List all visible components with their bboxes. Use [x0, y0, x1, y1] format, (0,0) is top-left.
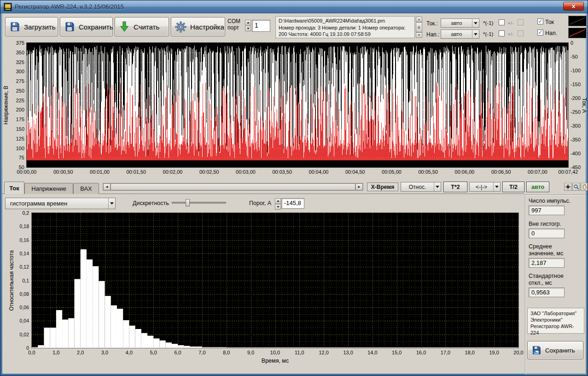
outside-histogram-value: 0 — [529, 229, 565, 238]
histogram-y-tick: 0,08 — [13, 291, 29, 297]
graph-scrollbar-right-button[interactable]: ► — [355, 183, 363, 190]
x-axis-mode-button[interactable]: X-Время — [367, 182, 398, 191]
slider-thumb[interactable] — [186, 199, 190, 206]
threshold-decrement-button[interactable] — [275, 204, 281, 210]
file-info-box[interactable]: D:\Hardware\05009_AWR224M\dat\вд3061.prn… — [275, 16, 415, 38]
slider-track[interactable] — [172, 202, 226, 204]
threshold-label: Порог, А — [249, 200, 271, 206]
settings-button[interactable]: Настройка — [171, 17, 225, 36]
read-button-label: Считать — [134, 23, 159, 31]
outside-histogram-label: Вне гистогр. — [529, 221, 561, 227]
voltage-legend-swatch[interactable] — [568, 28, 587, 38]
spinner-up-icon — [277, 199, 279, 202]
company-box: ЗАО "Лаборатория" Электроники" Регистрат… — [527, 308, 584, 334]
waveform-y-left-tick: 300 — [4, 69, 24, 74]
std-label-line1: Стандартное — [529, 273, 564, 279]
tab-voltage[interactable]: Напряжение — [24, 183, 73, 194]
spinner-down-icon — [247, 28, 250, 31]
tab-current[interactable]: Ток — [4, 182, 24, 194]
up-arrow-icon: ▲ — [418, 18, 420, 21]
histogram-x-tick: 0,0 — [23, 350, 41, 355]
titlebar[interactable]: Регистратор AWR-224. v.3.2 15/06/2015 × — [0, 0, 588, 13]
relative-mode-value: Относ. — [401, 184, 434, 190]
load-icon — [9, 21, 20, 32]
discreteness-slider[interactable] — [172, 199, 226, 207]
waveform-y-right-tick: -150 — [571, 82, 586, 87]
threshold-input[interactable]: -145,8 — [281, 198, 304, 209]
load-button[interactable]: Загрузить — [5, 17, 58, 36]
histogram-x-tick: 3,0 — [96, 350, 114, 355]
tab-vax[interactable]: ВАХ — [73, 183, 99, 194]
com-port-decrement-button[interactable] — [245, 26, 251, 31]
chevron-down-icon — [472, 19, 479, 27]
waveform-y-left-tick: 200 — [4, 107, 24, 112]
save-button[interactable]: Сохранить — [60, 17, 113, 36]
window-border-bottom[interactable] — [0, 374, 588, 376]
cursor-mode-value: <-|-> — [470, 184, 493, 190]
histogram-mode-dropdown[interactable]: гистограмма времен — [5, 198, 116, 209]
current-legend-swatch[interactable] — [568, 16, 587, 26]
voltage-visible-checkbox[interactable]: ✓ — [537, 29, 543, 35]
histogram-x-tick: 13,0 — [339, 350, 357, 355]
close-button[interactable]: × — [563, 2, 584, 11]
voltage-plusminus-checkbox[interactable] — [518, 30, 524, 36]
file-info-scrollbar[interactable]: ▲ ≡ ▼ — [416, 17, 422, 38]
current-invert-checkbox[interactable] — [499, 19, 505, 25]
file-info-scroll-menu[interactable]: ≡ — [416, 22, 422, 32]
threshold-increment-button[interactable] — [275, 198, 281, 204]
histogram-y-tick: 0,02 — [13, 332, 29, 337]
voltage-invert-checkbox[interactable] — [499, 30, 505, 36]
pan-tool-button[interactable] — [581, 183, 588, 191]
current-scale-value: авто — [441, 20, 472, 26]
file-info-line: 200 Частота: 4000 Гц 19.10.09 07:58:59 — [279, 31, 412, 38]
histogram-x-tick: 6,0 — [169, 350, 187, 355]
relative-mode-dropdown[interactable]: Относ. — [401, 182, 441, 192]
com-port-stepper[interactable] — [245, 20, 251, 31]
cursor-tool-button[interactable] — [564, 183, 572, 191]
check-icon: ✓ — [538, 30, 542, 35]
com-port-input[interactable]: 1 — [252, 20, 270, 32]
read-button[interactable]: Считать — [115, 17, 169, 36]
time-zoom-out-button[interactable]: T/2 — [502, 182, 524, 192]
waveform-plot[interactable] — [27, 43, 568, 167]
threshold-stepper[interactable] — [275, 198, 281, 210]
app-icon — [4, 3, 12, 11]
spinner-down-icon — [277, 206, 279, 209]
histogram-plot[interactable] — [32, 213, 518, 348]
com-port-increment-button[interactable] — [245, 20, 251, 25]
app-window: Регистратор AWR-224. v.3.2 15/06/2015 × … — [0, 0, 588, 376]
voltage-plusminus-label: +/- — [507, 31, 514, 37]
current-plusminus-checkbox[interactable] — [518, 19, 524, 25]
graph-scrollbar-left-button[interactable]: ◄ — [103, 183, 111, 190]
save-histogram-label: Сохранить — [545, 347, 575, 354]
graph-scrollbar[interactable]: ◄ ► — [103, 183, 363, 191]
cursor-mode-dropdown[interactable]: <-|-> — [469, 182, 501, 192]
file-info-scroll-down-button[interactable]: ▼ — [416, 32, 422, 38]
autoscale-button[interactable]: авто — [526, 182, 549, 192]
graph-scrollbar-thumb[interactable] — [111, 183, 355, 190]
current-visible-checkbox[interactable]: ✓ — [537, 18, 543, 24]
com-port-label-line1: COM — [227, 18, 240, 24]
waveform-y-left-tick: 350 — [4, 50, 24, 55]
chevron-down-icon — [472, 30, 479, 38]
mean-value: 2,187 — [529, 258, 565, 268]
zoom-tool-button[interactable] — [572, 183, 580, 191]
histogram-x-tick: 12,0 — [314, 350, 333, 355]
save-histogram-button[interactable]: Сохранить — [527, 341, 583, 359]
mean-label-line1: Среднее — [529, 243, 552, 250]
histogram-x-tick: 11,0 — [290, 350, 309, 355]
waveform-x-tick: 00:06,50 — [486, 169, 516, 175]
current-scale-dropdown[interactable]: авто — [441, 18, 479, 28]
histogram-y-tick: 0,06 — [13, 305, 29, 310]
waveform-y-right-tick: -50 — [571, 54, 586, 59]
left-arrow-icon: ◄ — [105, 185, 109, 189]
file-info-scroll-up-button[interactable]: ▲ — [416, 17, 422, 22]
current-visible-label: Ток — [545, 19, 554, 25]
histogram-mode-value: гистограмма времен — [6, 200, 108, 207]
time-zoom-in-button[interactable]: T*2 — [443, 182, 467, 192]
waveform-x-tick: 00:00,00 — [12, 169, 41, 175]
histogram-y-tick: 0,04 — [13, 318, 29, 323]
chevron-down-icon — [108, 198, 115, 209]
waveform-x-tick: 00:07,00 — [523, 169, 553, 175]
voltage-scale-dropdown[interactable]: авто — [441, 29, 479, 39]
